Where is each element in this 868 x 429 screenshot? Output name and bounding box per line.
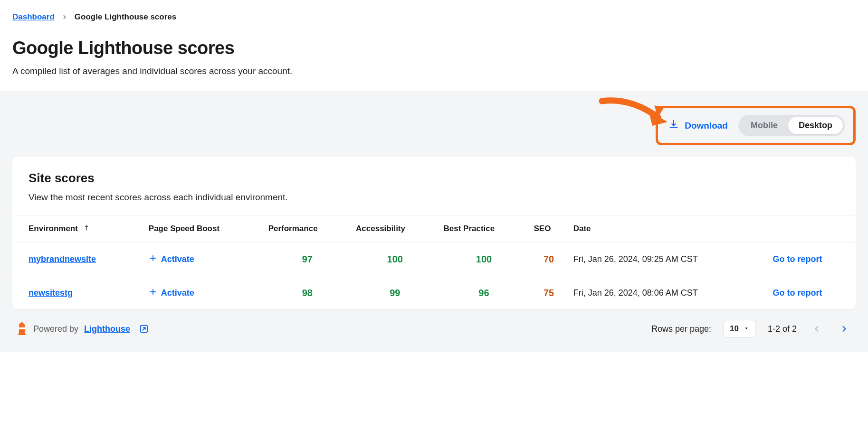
environment-link[interactable]: newsitestg xyxy=(29,288,73,298)
accessibility-score: 99 xyxy=(390,288,400,298)
table-row: newsitestg Activate 98 99 96 75 Fri, Jan… xyxy=(12,276,856,310)
sort-asc-icon xyxy=(83,224,90,233)
external-link-icon xyxy=(139,324,149,334)
best-practice-score: 100 xyxy=(476,254,492,264)
powered-by: Powered by Lighthouse xyxy=(16,321,149,337)
rows-per-page-label: Rows per page: xyxy=(651,324,711,334)
view-toggle-mobile[interactable]: Mobile xyxy=(740,117,788,134)
site-scores-card: Site scores View the most recent scores … xyxy=(12,157,856,309)
date-cell: Fri, Jan 26, 2024, 09:25 AM CST xyxy=(569,242,768,276)
page-prev-button[interactable] xyxy=(809,321,824,336)
breadcrumb: Dashboard Google Lighthouse scores xyxy=(12,12,856,22)
table-row: mybrandnewsite Activate 97 100 100 70 Fr… xyxy=(12,242,856,276)
page-range: 1-2 of 2 xyxy=(768,324,797,334)
col-best-practice[interactable]: Best Practice xyxy=(439,215,529,242)
lighthouse-icon xyxy=(16,321,28,337)
plus-icon xyxy=(149,254,157,265)
svg-rect-2 xyxy=(19,327,25,329)
seo-score: 75 xyxy=(544,288,554,298)
activate-button[interactable]: Activate xyxy=(149,254,194,265)
col-page-speed-boost[interactable]: Page Speed Boost xyxy=(144,215,264,242)
seo-score: 70 xyxy=(544,254,554,264)
download-label: Download xyxy=(685,121,728,131)
activate-button[interactable]: Activate xyxy=(149,288,194,298)
col-seo[interactable]: SEO xyxy=(529,215,569,242)
view-toggle-desktop[interactable]: Desktop xyxy=(788,117,843,134)
environment-link[interactable]: mybrandnewsite xyxy=(29,254,96,264)
performance-score: 97 xyxy=(302,254,313,264)
download-button[interactable]: Download xyxy=(668,119,728,132)
accessibility-score: 100 xyxy=(387,254,403,264)
page-title: Google Lighthouse scores xyxy=(12,38,856,58)
date-cell: Fri, Jan 26, 2024, 08:06 AM CST xyxy=(569,276,768,310)
performance-score: 98 xyxy=(302,288,313,298)
breadcrumb-current: Google Lighthouse scores xyxy=(75,12,176,22)
col-date[interactable]: Date xyxy=(569,215,768,242)
caret-down-icon xyxy=(744,324,749,334)
go-to-report-link[interactable]: Go to report xyxy=(773,254,822,264)
lighthouse-link[interactable]: Lighthouse xyxy=(84,324,130,334)
card-title: Site scores xyxy=(29,171,839,186)
scores-table: Environment Page Speed Boost Performance… xyxy=(12,215,856,309)
rows-per-page-select[interactable]: 10 xyxy=(724,320,755,338)
svg-marker-3 xyxy=(18,333,26,335)
pagination: Rows per page: 10 1-2 of 2 xyxy=(651,320,852,338)
col-actions xyxy=(768,215,856,242)
toolbar-highlight-box: Download Mobile Desktop xyxy=(656,106,856,145)
col-environment[interactable]: Environment xyxy=(12,215,144,242)
plus-icon xyxy=(149,288,157,298)
col-performance[interactable]: Performance xyxy=(264,215,351,242)
view-toggle: Mobile Desktop xyxy=(738,115,845,136)
card-subtitle: View the most recent scores across each … xyxy=(29,192,839,203)
page-subtitle: A compiled list of averages and individu… xyxy=(12,66,856,76)
col-accessibility[interactable]: Accessibility xyxy=(351,215,439,242)
page-next-button[interactable] xyxy=(837,321,852,336)
go-to-report-link[interactable]: Go to report xyxy=(773,288,822,298)
chevron-right-icon xyxy=(61,14,68,20)
best-practice-score: 96 xyxy=(478,288,489,298)
download-icon xyxy=(668,119,679,132)
breadcrumb-dashboard-link[interactable]: Dashboard xyxy=(12,12,55,22)
